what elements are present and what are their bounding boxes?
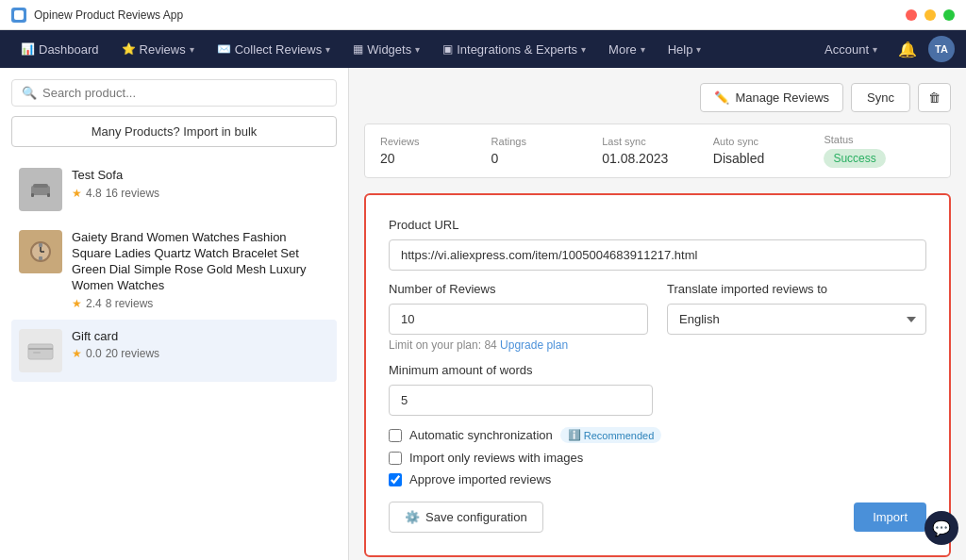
nav-label-dashboard: Dashboard xyxy=(39,42,99,57)
nav-label-more: More xyxy=(608,42,637,57)
images-only-row: Import only reviews with images xyxy=(389,451,926,465)
stat-label-reviews: Reviews xyxy=(380,136,491,147)
nav-item-reviews[interactable]: ⭐ Reviews ▾ xyxy=(112,39,204,60)
svg-rect-4 xyxy=(47,193,50,197)
list-item[interactable]: Gift card ★ 0.0 20 reviews xyxy=(11,320,337,382)
stat-label-ratings: Ratings xyxy=(491,136,603,147)
min-words-label: Minimum amount of words xyxy=(389,363,926,377)
stat-value-ratings: 0 xyxy=(491,151,603,166)
app-icon xyxy=(11,8,26,23)
stat-label-status: Status xyxy=(824,134,935,145)
stat-value-reviews: 20 xyxy=(380,151,491,166)
min-words-input[interactable] xyxy=(389,385,653,416)
nav-item-more[interactable]: More ▾ xyxy=(599,39,655,60)
stat-value-last-sync: 01.08.2023 xyxy=(602,151,713,166)
nav-item-account[interactable]: Account ▾ xyxy=(815,39,887,60)
nav-item-dashboard[interactable]: 📊 Dashboard xyxy=(11,39,108,60)
window-controls[interactable] xyxy=(906,9,955,21)
nav-item-integrations[interactable]: ▣ Integrations & Experts ▾ xyxy=(433,39,595,60)
maximize-button[interactable] xyxy=(943,9,955,21)
approve-checkbox[interactable] xyxy=(389,473,402,486)
star-icon: ★ xyxy=(72,297,82,310)
number-of-reviews-input[interactable] xyxy=(389,304,648,335)
product-name: Test Sofa xyxy=(72,168,329,184)
auto-sync-label: Automatic synchronization xyxy=(409,428,553,442)
rating-value: 2.4 xyxy=(86,297,102,310)
reviews-count: 16 reviews xyxy=(106,187,159,200)
translate-label: Translate imported reviews to xyxy=(667,282,926,296)
svg-rect-3 xyxy=(31,193,34,197)
svg-rect-2 xyxy=(33,184,48,188)
auto-sync-checkbox[interactable] xyxy=(389,429,402,442)
chat-widget[interactable]: 💬 xyxy=(924,511,958,545)
translate-select[interactable]: English French German Spanish Italian Do… xyxy=(667,304,926,335)
sync-button[interactable]: Sync xyxy=(851,83,910,112)
sidebar: 🔍 Many Products? Import in bulk Test Sof… xyxy=(0,68,349,560)
chevron-down-icon: ▾ xyxy=(415,44,420,55)
chevron-down-icon: ▾ xyxy=(696,44,701,55)
rating-value: 0.0 xyxy=(86,347,102,360)
nav-item-widgets[interactable]: ▦ Widgets ▾ xyxy=(343,39,429,60)
search-icon: 🔍 xyxy=(22,86,37,100)
reviews-icon: ⭐ xyxy=(122,42,136,56)
number-of-reviews-label: Number of Reviews xyxy=(389,282,648,296)
import-button[interactable]: Import xyxy=(854,502,926,532)
nav-item-help[interactable]: Help ▾ xyxy=(658,39,711,60)
dashboard-icon: 📊 xyxy=(21,42,35,56)
nav-label-widgets: Widgets xyxy=(367,42,411,57)
chevron-down-icon: ▾ xyxy=(581,44,586,55)
svg-rect-12 xyxy=(33,352,41,354)
product-url-section: Product URL xyxy=(389,218,926,271)
stat-auto-sync: Auto sync Disabled xyxy=(713,136,824,166)
star-icon: ★ xyxy=(72,347,82,360)
images-only-checkbox[interactable] xyxy=(389,452,402,465)
chevron-down-icon: ▾ xyxy=(641,44,645,55)
pencil-icon: ✏️ xyxy=(714,91,729,105)
product-url-input[interactable] xyxy=(389,239,926,271)
search-input[interactable] xyxy=(42,86,326,100)
widgets-icon: ▦ xyxy=(353,42,363,56)
upgrade-plan-link[interactable]: Upgrade plan xyxy=(500,338,568,352)
integrations-icon: ▣ xyxy=(442,42,453,56)
reviews-translate-row: Number of Reviews Limit on your plan: 84… xyxy=(389,282,926,352)
reviews-count: 8 reviews xyxy=(106,297,154,310)
product-thumbnail xyxy=(19,168,62,211)
auto-sync-row: Automatic synchronization ℹ️ Recommended xyxy=(389,427,926,443)
bell-icon[interactable]: 🔔 xyxy=(894,37,921,62)
images-only-label: Import only reviews with images xyxy=(409,451,583,465)
product-info: Test Sofa ★ 4.8 16 reviews xyxy=(72,168,329,200)
app-title: Opinew Product Reviews App xyxy=(34,8,183,22)
chevron-down-icon: ▾ xyxy=(873,44,877,55)
list-item[interactable]: Test Sofa ★ 4.8 16 reviews xyxy=(11,158,337,221)
avatar[interactable]: TA xyxy=(928,36,955,62)
svg-rect-6 xyxy=(39,243,42,247)
nav-item-collect[interactable]: ✉️ Collect Reviews ▾ xyxy=(208,39,340,60)
stat-label-auto-sync: Auto sync xyxy=(713,136,824,147)
product-info: Gaiety Brand Women Watches Fashion Squar… xyxy=(72,230,329,310)
product-thumbnail xyxy=(19,329,62,372)
min-words-section: Minimum amount of words xyxy=(389,363,926,416)
svg-rect-7 xyxy=(39,256,42,260)
form-footer: ⚙️ Save configuration Import xyxy=(389,502,926,533)
title-bar: Opinew Product Reviews App xyxy=(0,0,966,30)
product-thumbnail xyxy=(19,230,62,273)
content-area: ✏️ Manage Reviews Sync 🗑 Reviews 20 Rati… xyxy=(349,68,966,560)
stat-label-last-sync: Last sync xyxy=(602,136,713,147)
search-box[interactable]: 🔍 xyxy=(11,79,337,107)
save-configuration-button[interactable]: ⚙️ Save configuration xyxy=(389,502,543,533)
svg-rect-10 xyxy=(28,344,53,359)
chat-icon: 💬 xyxy=(932,519,951,537)
svg-rect-0 xyxy=(14,10,24,20)
recommended-badge: ℹ️ Recommended xyxy=(560,427,662,443)
nav-label-collect: Collect Reviews xyxy=(235,42,322,57)
delete-button[interactable]: 🗑 xyxy=(918,83,951,112)
list-item[interactable]: Gaiety Brand Women Watches Fashion Squar… xyxy=(11,221,337,320)
minimize-button[interactable] xyxy=(924,9,936,21)
limit-text: Limit on your plan: 84 Upgrade plan xyxy=(389,338,648,352)
stat-status: Status Success xyxy=(824,134,935,168)
nav-label-integrations: Integrations & Experts xyxy=(457,42,577,57)
manage-reviews-button[interactable]: ✏️ Manage Reviews xyxy=(700,83,843,112)
import-bulk-button[interactable]: Many Products? Import in bulk xyxy=(11,116,337,147)
close-button[interactable] xyxy=(906,9,917,21)
import-form: Product URL Number of Reviews Limit on y… xyxy=(364,193,951,557)
